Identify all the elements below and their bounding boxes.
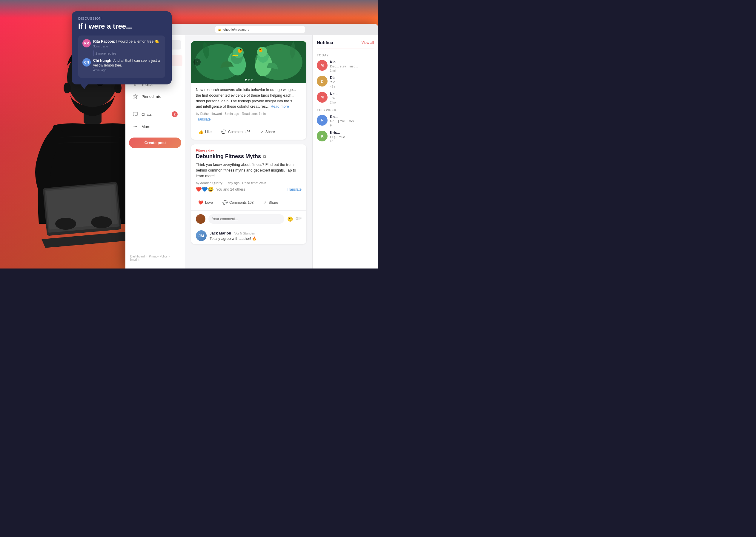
create-post-button[interactable]: Create post [129, 138, 181, 148]
more-replies-text: 2 more replies [96, 52, 116, 55]
reaction-emojis: ❤️ 💙 😂 [196, 186, 214, 192]
commenter-time-jack: Vor 5 Stunden [234, 231, 255, 235]
read-more-link-1[interactable]: Read more [271, 104, 289, 108]
notif-name-5: Kris... [330, 131, 374, 135]
heart-icon: ❤️ [198, 200, 203, 205]
svg-point-23 [233, 47, 244, 58]
notif-content-2: Dia "Se... 48 r [330, 76, 374, 88]
notifications-panel: Notifica View all Today M Kic Disc... st… [312, 35, 378, 268]
comments-button-2[interactable]: 💬 Comments 108 [220, 199, 256, 206]
main-content: ‹ New research uncovers altruistic behav… [185, 35, 312, 268]
heart-emoji: ❤️ [196, 186, 202, 192]
notif-text-2: "Se... [330, 80, 374, 84]
slider-dot-1[interactable] [245, 79, 246, 81]
slider-dot-3[interactable] [251, 79, 252, 81]
notifications-section-today: Today [317, 53, 374, 57]
address-bar[interactable]: 🔒 tchop.io/megacorp [215, 26, 305, 33]
privacy-policy-link[interactable]: Privacy Policy [149, 255, 167, 258]
smiley-icon[interactable]: 🙂 [287, 216, 293, 222]
imprint-link[interactable]: Imprint [130, 258, 139, 261]
sidebar-item-chats[interactable]: Chats 2 [128, 108, 182, 120]
comments-button-1[interactable]: 💬 Comments 26 [219, 128, 253, 136]
dashboard-link[interactable]: Dashboard [130, 255, 145, 258]
article-actions-1: 👍 Like 💬 Comments 26 ↗ Share [196, 125, 301, 136]
comment-thread: RR Rita Racoon: I would be a lemon tree … [78, 35, 165, 78]
article-actions-2: ❤️ Love 💬 Comments 108 ↗ Share [196, 196, 301, 206]
notif-avatar-4: R [317, 115, 328, 126]
view-all-button[interactable]: View all [362, 41, 374, 45]
notif-text-3: Tra... [330, 96, 374, 100]
share-label-2: Share [268, 200, 278, 205]
sidebar-item-more[interactable]: More [128, 121, 182, 132]
article-meta-2: by Adorlee Querry · 1 day ago · Read tim… [196, 181, 301, 185]
svg-point-30 [257, 47, 267, 57]
comment-input[interactable] [208, 214, 284, 224]
svg-point-7 [91, 216, 112, 228]
top-overlay [0, 0, 378, 18]
comment-item-chi: CN Chi Nungh: And all that I can see is … [82, 58, 161, 72]
commenter-content-jack: Jack Marlou Vor 5 Stunden Totally agree … [210, 230, 301, 241]
commenter-name-jack: Jack Marlou [210, 231, 231, 235]
comment-icon-1: 💬 [221, 130, 226, 134]
discussion-title: If I were a tree... [78, 22, 165, 31]
article-image-parrots: ‹ [191, 41, 306, 83]
translate-button-2[interactable]: Translate [287, 187, 301, 191]
share-button-1[interactable]: ↗ Share [258, 128, 277, 136]
notif-time-1: 1 min [330, 69, 374, 72]
avatar-chi: CN [82, 58, 91, 66]
discussion-label: Discussion [78, 17, 165, 20]
sidebar-footer: Dashboard · Privacy Policy · Imprint [125, 252, 185, 264]
article-body-1: New research uncovers altruistic behavio… [191, 83, 306, 140]
notification-item-3[interactable]: M Ne... Tra... 2 ho [317, 92, 374, 104]
commenter-name-rita: Rita Racoon: [93, 39, 115, 44]
notif-content-5: Kris... Hi (... muc... Fri [330, 131, 374, 143]
blue-heart-emoji: 💙 [202, 186, 208, 192]
commenter-avatar-jack: JM [196, 230, 206, 241]
svg-point-33 [260, 49, 260, 49]
comment-content-chi: Chi Nungh: And all that I can see is jus… [93, 58, 161, 72]
article-time-2: 1 day ago [225, 181, 240, 185]
sidebar-item-pinned-mix[interactable]: Pinned mix [128, 91, 182, 102]
slide-prev-arrow[interactable]: ‹ [194, 59, 200, 65]
notif-name-1: Kic [330, 60, 374, 64]
translate-button-1[interactable]: Translate [196, 117, 301, 121]
reaction-count: You and 24 others [216, 187, 245, 191]
notif-avatar-3: M [317, 92, 328, 103]
share-icon-1: ↗ [260, 130, 264, 134]
notifications-underline [317, 49, 374, 49]
user-comment: JM Jack Marlou Vor 5 Stunden Totally agr… [191, 227, 306, 244]
slider-dot-2[interactable] [248, 79, 249, 81]
svg-point-31 [259, 48, 262, 52]
article-tag-2: Fitness day [196, 148, 301, 152]
gif-icon[interactable]: GIF [295, 216, 301, 222]
chats-badge: 2 [172, 111, 178, 117]
chats-icon [133, 111, 138, 117]
commenter-text-jack: Totally agree with author! 🔥 [210, 236, 301, 241]
slider-dots [245, 79, 252, 81]
notification-item-2[interactable]: D Dia "Se... 48 r [317, 76, 374, 88]
svg-point-16 [135, 126, 136, 127]
article-read-time-1: Read time: 7min [242, 112, 266, 115]
article-author-2: Adorlee Querry [200, 181, 222, 185]
like-label-1: Like [205, 130, 212, 134]
sidebar-label-pinned-mix: Pinned mix [142, 94, 178, 99]
notif-avatar-5: K [317, 131, 328, 142]
article-title-2: Debunking Fitness Myths ⧉ [196, 153, 301, 160]
notif-text-5: Hi (... muc... [330, 135, 374, 139]
notifications-header: Notifica View all [317, 40, 374, 45]
notification-item-5[interactable]: K Kris... Hi (... muc... Fri [317, 131, 374, 143]
notification-item-4[interactable]: R Ro... Go... | "Se... Mor... Fri [317, 115, 374, 127]
notif-avatar-2: D [317, 76, 328, 87]
comment-time-chi: 4min. ago [93, 69, 161, 72]
notification-item-1[interactable]: M Kic Disc... stay... insp... 1 min [317, 60, 374, 72]
discussion-bubble: Discussion If I were a tree... RR Rita R… [72, 11, 172, 84]
share-button-2[interactable]: ↗ Share [261, 199, 280, 206]
notif-name-4: Ro... [330, 115, 374, 119]
notif-text-4: Go... | "Se... Mor... [330, 119, 374, 123]
article-card-2: Fitness day Debunking Fitness Myths ⧉ Th… [191, 145, 306, 244]
love-button-2[interactable]: ❤️ Love [196, 199, 215, 206]
comments-label-2: Comments 108 [229, 200, 253, 205]
svg-point-6 [55, 218, 76, 230]
emoji-buttons: 🙂 GIF [287, 216, 301, 222]
like-button-1[interactable]: 👍 Like [196, 128, 214, 136]
